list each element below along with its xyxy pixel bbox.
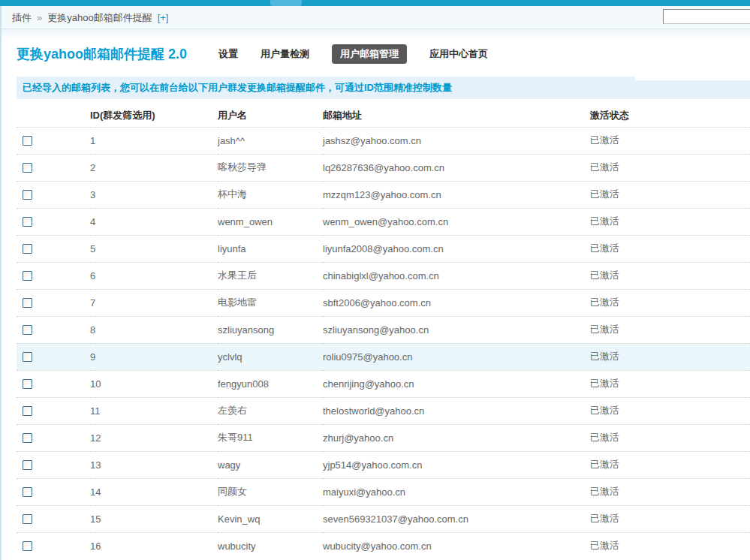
- notice-text: 已经导入的邮箱列表，您可以在前台给以下用户群发更换邮箱提醒邮件，可通过ID范围精…: [23, 82, 452, 93]
- row-username: 同颜女: [218, 478, 323, 505]
- row-checkbox[interactable]: [23, 352, 32, 362]
- row-id: 10: [90, 370, 218, 397]
- row-id: 13: [90, 451, 218, 478]
- row-status: 已激活: [590, 451, 750, 478]
- header-fade: [0, 29, 750, 39]
- row-id: 6: [90, 262, 218, 289]
- row-checkbox[interactable]: [23, 514, 32, 524]
- row-checkbox[interactable]: [23, 217, 32, 227]
- row-email: mzzqm123@yahoo.com.cn: [323, 181, 590, 208]
- row-checkbox-cell: [17, 505, 90, 532]
- row-email: thelostworld@yahoo.cn: [323, 397, 590, 424]
- table-row: 16 wubucity wubucity@yahoo.com.cn 已激活: [17, 532, 750, 559]
- col-header-status: 激活状态: [590, 104, 750, 127]
- notice-corner-notch: [635, 77, 750, 80]
- row-email: wubucity@yahoo.com.cn: [323, 532, 590, 559]
- row-username: 喀秋莎导弹: [218, 154, 323, 181]
- row-checkbox[interactable]: [23, 433, 32, 443]
- row-email: jashsz@yahoo.com.cn: [323, 127, 590, 154]
- title-row: 更换yahoo邮箱邮件提醒 2.0 设置用户量检测用户邮箱管理应用中心首页: [0, 41, 750, 68]
- table-row: 9 yclvlq roliu0975@yahoo.cn 已激活: [17, 343, 750, 370]
- tab-item[interactable]: 设置: [218, 47, 238, 61]
- row-status: 已激活: [590, 127, 750, 154]
- tab-item[interactable]: 应用中心首页: [429, 47, 488, 61]
- row-checkbox[interactable]: [23, 190, 32, 200]
- breadcrumb-page-link[interactable]: 更换yahoo邮箱邮件提醒: [47, 12, 152, 23]
- row-status: 已激活: [590, 370, 750, 397]
- table-row: 11 左羡右 thelostworld@yahoo.cn 已激活: [17, 397, 750, 424]
- row-checkbox-cell: [17, 208, 90, 235]
- table-row: 1 jash^^ jashsz@yahoo.com.cn 已激活: [17, 127, 750, 154]
- col-header-id: ID(群发筛选用): [90, 104, 218, 127]
- row-email: wenm_owen@yahoo.com.cn: [323, 208, 590, 235]
- row-checkbox-cell: [17, 451, 90, 478]
- row-checkbox[interactable]: [23, 136, 32, 146]
- row-id: 12: [90, 424, 218, 451]
- row-id: 16: [90, 532, 218, 559]
- row-status: 已激活: [590, 424, 750, 451]
- row-id: 8: [90, 316, 218, 343]
- breadcrumb-section-link[interactable]: 插件: [12, 12, 32, 23]
- row-username: liyunfa: [218, 235, 323, 262]
- left-edge-line: [0, 6, 2, 560]
- search-input[interactable]: [663, 9, 750, 24]
- row-checkbox[interactable]: [23, 244, 32, 254]
- row-email: chenrijing@yahoo.cn: [323, 370, 590, 397]
- row-checkbox-cell: [17, 316, 90, 343]
- email-table: ID(群发筛选用) 用户名 邮箱地址 激活状态 1 jash^^ jashsz@…: [17, 104, 750, 559]
- row-email: lq26287636@yahoo.com.cn: [323, 154, 590, 181]
- col-header-username: 用户名: [218, 104, 323, 127]
- row-username: 电影地雷: [218, 289, 323, 316]
- row-checkbox-cell: [17, 532, 90, 559]
- row-email: seven569321037@yahoo.com.cn: [323, 505, 590, 532]
- breadcrumb-expand-link[interactable]: [+]: [158, 12, 169, 23]
- row-checkbox-cell: [17, 127, 90, 154]
- row-email: zhurj@yahoo.cn: [323, 424, 590, 451]
- page-title: 更换yahoo邮箱邮件提醒 2.0: [17, 45, 187, 63]
- col-header-email: 邮箱地址: [323, 104, 590, 127]
- row-status: 已激活: [590, 262, 750, 289]
- row-checkbox[interactable]: [23, 460, 32, 470]
- row-checkbox[interactable]: [23, 271, 32, 281]
- row-checkbox-cell: [17, 262, 90, 289]
- tab-nav: 设置用户量检测用户邮箱管理应用中心首页: [218, 44, 488, 64]
- row-status: 已激活: [590, 289, 750, 316]
- row-email: chinabiglxl@yahoo.com.cn: [323, 262, 590, 289]
- row-checkbox[interactable]: [23, 406, 32, 416]
- row-checkbox-cell: [17, 343, 90, 370]
- col-header-checkbox: [17, 104, 90, 127]
- tab-item[interactable]: 用户量检测: [261, 47, 309, 61]
- row-checkbox-cell: [17, 478, 90, 505]
- row-status: 已激活: [590, 505, 750, 532]
- row-checkbox-cell: [17, 424, 90, 451]
- row-id: 2: [90, 154, 218, 181]
- row-email: maiyuxi@yahoo.cn: [323, 478, 590, 505]
- row-email: liyunfa2008@yahoo.com.cn: [323, 235, 590, 262]
- top-accent-bar: [0, 0, 750, 6]
- row-email: yjp514@yahoo.com.cn: [323, 451, 590, 478]
- row-checkbox[interactable]: [23, 163, 32, 173]
- row-checkbox[interactable]: [23, 487, 32, 497]
- row-checkbox-cell: [17, 235, 90, 262]
- row-username: 水果王后: [218, 262, 323, 289]
- row-checkbox[interactable]: [23, 325, 32, 335]
- tab-active[interactable]: 用户邮箱管理: [332, 44, 407, 64]
- row-status: 已激活: [590, 343, 750, 370]
- table-header-row: ID(群发筛选用) 用户名 邮箱地址 激活状态: [17, 104, 750, 127]
- row-id: 14: [90, 478, 218, 505]
- row-checkbox-cell: [17, 397, 90, 424]
- table-row: 8 szliuyansong szliuyansong@yahoo.cn 已激活: [17, 316, 750, 343]
- row-checkbox[interactable]: [23, 379, 32, 389]
- table-row: 4 wenm_owen wenm_owen@yahoo.com.cn 已激活: [17, 208, 750, 235]
- row-checkbox[interactable]: [23, 298, 32, 308]
- row-username: 左羡右: [218, 397, 323, 424]
- table-row: 6 水果王后 chinabiglxl@yahoo.com.cn 已激活: [17, 262, 750, 289]
- row-status: 已激活: [590, 478, 750, 505]
- row-username: wagy: [218, 451, 323, 478]
- table-row: 2 喀秋莎导弹 lq26287636@yahoo.com.cn 已激活: [17, 154, 750, 181]
- row-checkbox[interactable]: [23, 541, 32, 551]
- row-username: Kevin_wq: [218, 505, 323, 532]
- row-id: 5: [90, 235, 218, 262]
- table-row: 12 朱哥911 zhurj@yahoo.cn 已激活: [17, 424, 750, 451]
- row-checkbox-cell: [17, 154, 90, 181]
